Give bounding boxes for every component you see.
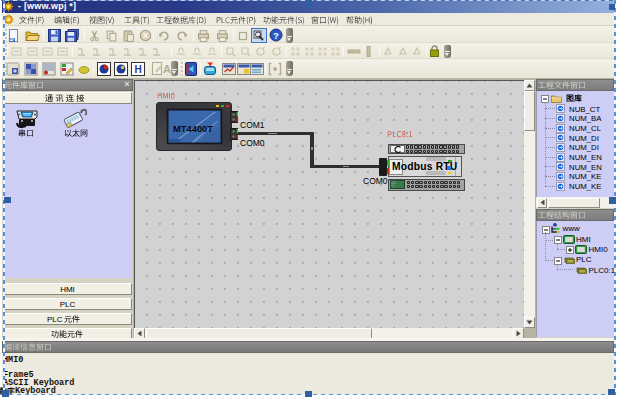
svg-text:?: ?: [273, 30, 279, 41]
svg-text:A: A: [163, 63, 171, 75]
svg-text:MT4400T: MT4400T: [172, 123, 212, 134]
svg-text:H: H: [134, 64, 141, 75]
